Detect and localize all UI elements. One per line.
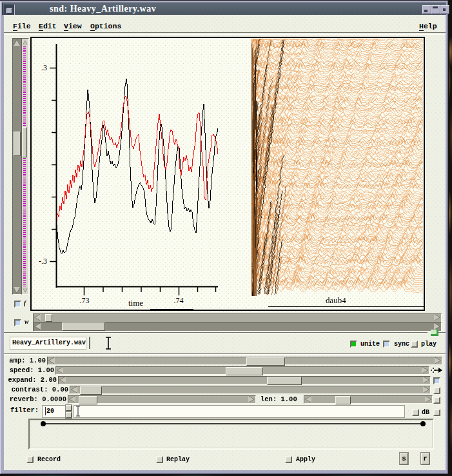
replay-checkbox[interactable] [156, 456, 163, 463]
y-scroll-scrollbar[interactable] [21, 38, 29, 295]
unite-checkbox[interactable] [350, 341, 357, 348]
filter-order-field[interactable]: 20 [42, 405, 68, 418]
replay-label: Replay [166, 456, 190, 463]
expand-right-arrow[interactable] [423, 377, 429, 383]
svg-text:.74: .74 [174, 296, 184, 305]
mnemonic-underline: F [13, 22, 17, 31]
len-label: len: 1.00 [260, 395, 300, 404]
speed-left-arrow[interactable] [57, 367, 63, 373]
filter-order-up-button[interactable] [66, 405, 72, 411]
restore-button[interactable]: r [421, 453, 429, 464]
filter-envelope-field[interactable] [74, 405, 405, 418]
close-glyph [443, 8, 446, 11]
db-label: dB [422, 409, 429, 416]
window-iconify-button[interactable] [422, 5, 431, 14]
expand-on-checkbox[interactable] [433, 377, 440, 384]
menubar-separator [4, 32, 446, 35]
menu-file[interactable]: File [13, 22, 31, 30]
expand-scrollbar[interactable] [58, 376, 431, 384]
fft-toggle-checkbox[interactable] [14, 301, 21, 308]
contrast-left-arrow[interactable] [72, 386, 77, 393]
contrast-on-checkbox[interactable] [433, 387, 440, 394]
mnemonic-underline: V [64, 22, 68, 31]
contrast-thumb[interactable] [80, 386, 102, 395]
amp-left-arrow[interactable] [49, 357, 55, 364]
x-zoom-right-arrow[interactable] [434, 314, 440, 321]
snd-window: snd: Heavy_Artillery.wav FileEditViewOpt… [0, 1, 448, 474]
fft-axis-line [268, 306, 424, 307]
filter-order-caret [45, 407, 46, 415]
filter-envelope-panel[interactable] [28, 419, 434, 450]
amp-right-arrow[interactable] [435, 357, 440, 364]
len-left-arrow[interactable] [306, 396, 311, 402]
y-scroll-down-arrow[interactable] [14, 287, 20, 293]
reverb-scrollbar[interactable] [68, 395, 256, 404]
x-zoom-thumb[interactable] [45, 314, 52, 322]
speed-right-arrow[interactable] [422, 367, 427, 373]
svg-text:-.3: -.3 [39, 257, 47, 266]
amp-scrollbar[interactable] [47, 357, 442, 365]
x-scroll-right-arrow[interactable] [434, 323, 440, 330]
expand-thumb[interactable] [267, 377, 302, 385]
window-titlebar[interactable]: snd: Heavy_Artillery.wav [2, 3, 446, 15]
reverb-on-checkbox[interactable] [433, 397, 440, 404]
x-scroll-left-arrow[interactable] [35, 323, 41, 330]
x-zoom-left-arrow[interactable] [35, 314, 41, 321]
record-checkbox[interactable] [26, 456, 34, 463]
menu-view[interactable]: View [64, 22, 82, 30]
mnemonic-underline: E [39, 22, 43, 31]
x-scrollbar-thumb[interactable] [62, 322, 105, 331]
y-zoom-down-arrow[interactable] [23, 288, 28, 292]
reverb-thumb[interactable] [79, 396, 97, 404]
db-checkbox[interactable] [412, 409, 419, 416]
pane-sash-handle[interactable] [431, 330, 438, 336]
reverb-right-arrow[interactable] [248, 396, 254, 402]
filter-on-checkbox[interactable] [433, 409, 440, 416]
expand-label: expand: 2.08 [4, 376, 57, 384]
filter-label: filter: [10, 406, 43, 415]
contrast-right-arrow[interactable] [423, 386, 429, 393]
speed-thumb[interactable] [226, 367, 263, 375]
reverb-left-arrow[interactable] [70, 396, 75, 402]
expand-left-arrow[interactable] [60, 377, 66, 383]
filter-env-ibeam [75, 406, 81, 417]
menu-edit[interactable]: Edit [39, 22, 57, 30]
len-thumb[interactable] [335, 396, 351, 404]
speed-style-arrow-icon[interactable] [430, 366, 443, 375]
amp-thumb[interactable] [246, 357, 285, 366]
svg-text:.73: .73 [80, 296, 90, 305]
y-scrollbar-thumb[interactable] [14, 132, 21, 156]
y-scroll-up-arrow[interactable] [14, 40, 20, 46]
minibuffer-caret [89, 337, 90, 349]
pane-separator [4, 332, 427, 333]
x-zoom-scrollbar[interactable] [33, 313, 442, 322]
stop-button[interactable]: s [400, 453, 408, 464]
sync-checkbox[interactable] [383, 341, 390, 348]
apply-checkbox[interactable] [285, 456, 292, 463]
menu-help[interactable]: Help [419, 22, 437, 30]
window-title: snd: Heavy_Artillery.wav [50, 4, 156, 14]
len-scrollbar[interactable] [304, 395, 433, 404]
window-close-button[interactable] [440, 5, 449, 14]
filter-order-down-button[interactable] [66, 412, 72, 418]
speed-scrollbar[interactable] [55, 366, 429, 375]
fft-toggle-label: f [24, 299, 26, 306]
wave-toggle-label: w [25, 318, 29, 325]
time-label-underline [150, 309, 193, 310]
len-right-arrow[interactable] [425, 396, 431, 402]
y-zoom-scrollbar[interactable] [12, 38, 22, 295]
graph-panel[interactable]: .3-.3.73.74 time daub4 [30, 37, 425, 311]
y-zoom-up-arrow[interactable] [23, 41, 28, 45]
menu-options[interactable]: Options [90, 22, 121, 30]
x-position-scrollbar[interactable] [33, 322, 442, 332]
window-menu-button[interactable] [4, 5, 15, 15]
window-maximize-button[interactable] [431, 5, 440, 14]
record-label: Record [37, 456, 61, 463]
wave-toggle-checkbox[interactable] [14, 319, 21, 326]
contrast-label: contrast: 0.00 [4, 386, 68, 394]
contrast-scrollbar[interactable] [70, 386, 431, 394]
play-checkbox[interactable] [411, 341, 418, 348]
y-zoom-thumb[interactable] [22, 127, 27, 157]
sound-name-field[interactable]: Heavy_Artillery.wav [10, 337, 86, 350]
unite-label: unite [360, 341, 380, 348]
